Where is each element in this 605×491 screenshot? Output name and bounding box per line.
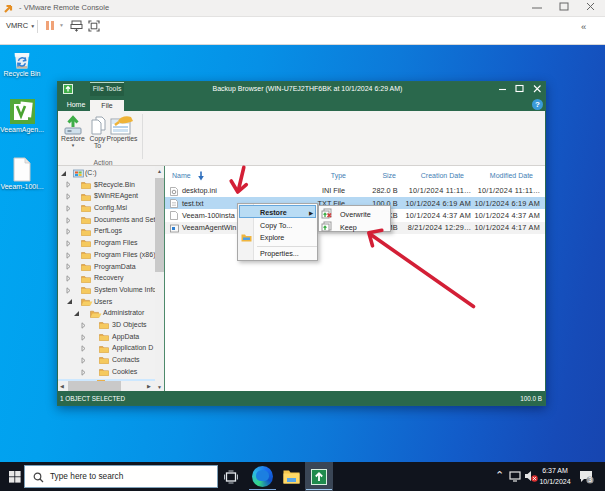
svg-text:3: 3 bbox=[588, 476, 592, 483]
